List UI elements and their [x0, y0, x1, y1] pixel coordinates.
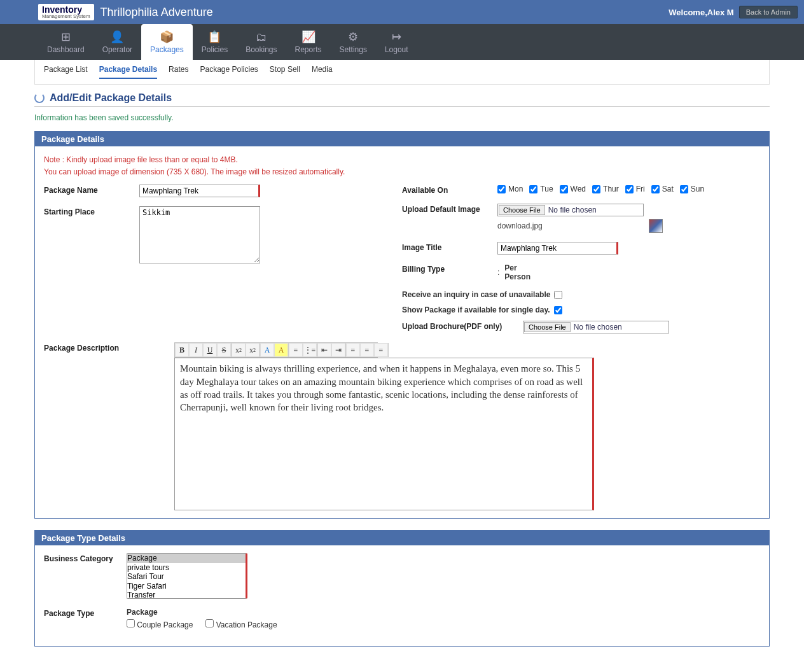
upload-default-image-label: Upload Default Image — [402, 204, 497, 214]
starting-place-label: Starting Place — [44, 206, 139, 216]
default-image-file-input[interactable]: Choose File No file chosen — [497, 204, 644, 216]
choose-file-button[interactable]: Choose File — [499, 205, 545, 215]
image-title-input[interactable] — [497, 242, 618, 255]
back-to-admin-button[interactable]: Back to Admin — [739, 6, 798, 18]
refresh-icon — [34, 93, 45, 103]
image-title-label: Image Title — [402, 242, 497, 252]
package-description-label: Package Description — [44, 342, 174, 353]
logo-sub: Management System — [42, 14, 90, 19]
success-message: Information has been saved successfully. — [34, 113, 770, 122]
outdent-icon[interactable]: ⇤ — [317, 343, 331, 357]
starting-place-input[interactable] — [139, 206, 260, 263]
day-thur-checkbox[interactable] — [592, 185, 600, 193]
business-category-label: Business Category — [44, 553, 127, 563]
package-name-label: Package Name — [44, 185, 139, 195]
panel2-header: Package Type Details — [35, 531, 769, 545]
nav-operator[interactable]: 👤Operator — [94, 24, 141, 60]
upload-note: Note : Kindly upload image file less tha… — [44, 154, 760, 178]
day-mon-checkbox[interactable] — [497, 185, 506, 193]
billing-type-label: Billing Type — [402, 263, 497, 274]
main-nav: ⊞Dashboard 👤Operator 📦Packages 📋Policies… — [0, 24, 804, 60]
show-single-day-checkbox[interactable] — [554, 306, 562, 314]
nav-reports[interactable]: 📈Reports — [286, 24, 331, 60]
nav-policies[interactable]: 📋Policies — [193, 24, 237, 60]
nav-logout[interactable]: ↦Logout — [376, 24, 417, 60]
billing-type-value: Per Person — [504, 263, 536, 281]
nav-settings[interactable]: ⚙Settings — [331, 24, 376, 60]
align-left-icon[interactable]: ≡ — [346, 343, 360, 357]
package-type-head: Package — [127, 608, 760, 617]
nav-dashboard[interactable]: ⊞Dashboard — [38, 24, 94, 60]
vacation-package-checkbox[interactable] — [205, 619, 214, 627]
editor-toolbar: B I U S x2 x2 A A ≡ ⋮≡ — [174, 342, 378, 358]
business-category-select[interactable]: Package private tours Safari Tour Tiger … — [127, 553, 247, 599]
ordered-list-icon[interactable]: ≡ — [289, 343, 303, 357]
day-sun-checkbox[interactable] — [680, 185, 688, 193]
brochure-file-status: No file chosen — [571, 323, 622, 332]
settings-icon: ⚙ — [348, 31, 358, 43]
file-status: No file chosen — [546, 206, 597, 214]
available-on-label: Available On — [402, 185, 497, 195]
align-right-icon[interactable]: ≡ — [374, 343, 388, 357]
strike-icon[interactable]: S — [217, 343, 231, 357]
reports-icon: 📈 — [302, 31, 315, 43]
subnav-media[interactable]: Media — [312, 65, 333, 79]
italic-icon[interactable]: I — [189, 343, 203, 357]
indent-icon[interactable]: ⇥ — [331, 343, 345, 357]
align-center-icon[interactable]: ≡ — [360, 343, 374, 357]
day-wed-checkbox[interactable] — [560, 185, 568, 193]
highlight-icon[interactable]: A — [274, 343, 288, 357]
logout-icon: ↦ — [392, 31, 401, 43]
available-on-checks: Mon Tue Wed Thur Fri Sat Sun — [497, 185, 760, 193]
bold-icon[interactable]: B — [175, 343, 189, 357]
day-fri-checkbox[interactable] — [625, 185, 634, 193]
logo: Inventory Management System — [38, 4, 94, 20]
package-type-details-panel: Package Type Details Business Category P… — [34, 530, 770, 647]
page-title: Add/Edit Package Details — [50, 92, 172, 104]
receive-inquiry-label: Receive an inquiry in case of unavailabl… — [402, 290, 550, 299]
text-color-icon[interactable]: A — [260, 343, 274, 357]
panel-header: Package Details — [35, 132, 769, 146]
package-type-label: Package Type — [44, 608, 127, 618]
couple-package-checkbox[interactable] — [127, 619, 135, 627]
subnav-package-list[interactable]: Package List — [44, 65, 88, 79]
top-bar: Inventory Management System Thrillophili… — [0, 0, 804, 24]
day-sat-checkbox[interactable] — [651, 185, 660, 193]
upload-brochure-label: Upload Brochure(PDF only) — [402, 321, 523, 331]
app-title: Thrillophilia Adventure — [100, 6, 669, 19]
nav-bookings[interactable]: 🗂Bookings — [237, 24, 286, 60]
subnav-package-details[interactable]: Package Details — [99, 65, 157, 79]
policies-icon: 📋 — [207, 31, 221, 43]
superscript-icon[interactable]: x2 — [246, 343, 260, 357]
show-single-day-label: Show Package if available for single day… — [402, 305, 550, 314]
bookings-icon: 🗂 — [256, 31, 267, 43]
day-tue-checkbox[interactable] — [529, 185, 537, 193]
unordered-list-icon[interactable]: ⋮≡ — [303, 343, 317, 357]
nav-packages[interactable]: 📦Packages — [141, 24, 193, 60]
uploaded-filename: download.jpg — [497, 221, 543, 230]
packages-icon: 📦 — [160, 31, 174, 43]
operator-icon: 👤 — [110, 31, 124, 43]
subscript-icon[interactable]: x2 — [232, 343, 246, 357]
subnav-package-policies[interactable]: Package Policies — [200, 65, 258, 79]
package-details-panel: Package Details Note : Kindly upload ima… — [34, 131, 770, 519]
sub-nav: Package List Package Details Rates Packa… — [34, 60, 770, 85]
package-name-input[interactable] — [139, 185, 260, 197]
underline-icon[interactable]: U — [203, 343, 217, 357]
subnav-rates[interactable]: Rates — [169, 65, 188, 79]
package-description-editor[interactable]: Mountain biking is always thrilling expe… — [174, 358, 594, 510]
dashboard-icon: ⊞ — [61, 31, 71, 43]
page-title-row: Add/Edit Package Details — [34, 92, 770, 107]
brochure-file-input[interactable]: Choose File No file chosen — [523, 321, 669, 333]
welcome-text: Welcome,Alex M — [669, 8, 733, 17]
uploaded-thumbnail[interactable] — [649, 219, 663, 233]
choose-brochure-button[interactable]: Choose File — [524, 322, 571, 332]
receive-inquiry-checkbox[interactable] — [554, 291, 562, 299]
subnav-stop-sell[interactable]: Stop Sell — [270, 65, 300, 79]
